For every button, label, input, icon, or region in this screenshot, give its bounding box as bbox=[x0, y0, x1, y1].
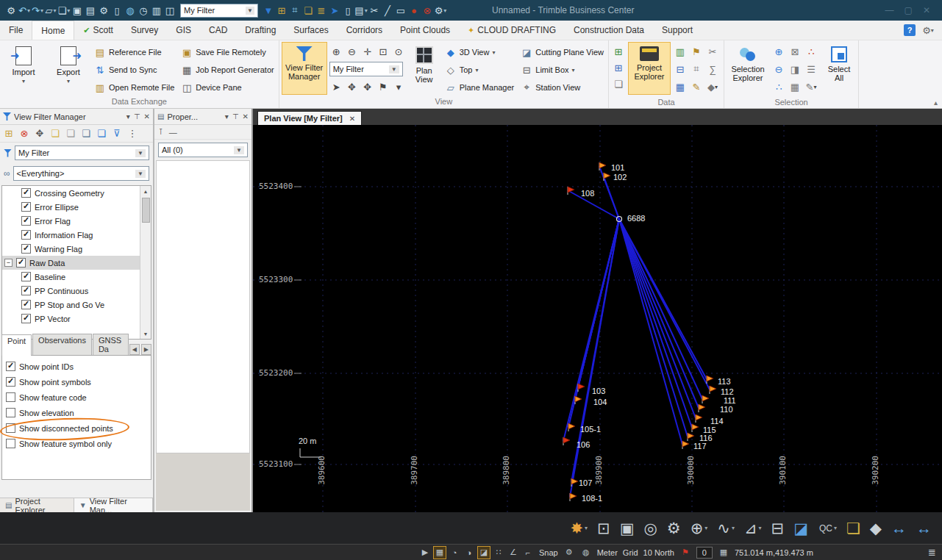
option-row[interactable]: Show feature symbol only bbox=[4, 436, 149, 451]
ribbon-tab[interactable]: ✔ Scott bbox=[74, 21, 122, 40]
status-menu-icon[interactable]: ≣ bbox=[928, 547, 936, 558]
filter-tab[interactable]: Point bbox=[1, 334, 32, 356]
tool-icon[interactable]: ⚙▾ bbox=[434, 3, 447, 18]
layers-all-icon[interactable]: ❏ bbox=[49, 127, 62, 140]
tree-item[interactable]: − Raw Data bbox=[2, 256, 140, 270]
flag-tool-icon[interactable]: ⚑ bbox=[376, 79, 390, 94]
toolbar-overflow-icon[interactable]: ⋮ bbox=[126, 127, 139, 140]
tree-item[interactable]: − Error Ellipse bbox=[2, 200, 140, 214]
ribbon-tab[interactable]: Support bbox=[653, 21, 702, 40]
plane-manager-button[interactable]: ▱ Plane Manager ▾ bbox=[443, 79, 517, 96]
cut-icon[interactable]: ✂▾ bbox=[368, 3, 381, 18]
selection-combobox[interactable]: All (0) ▼ bbox=[158, 143, 248, 157]
curve-tool-icon[interactable]: ∿ ▾ bbox=[717, 520, 735, 537]
ribbon-tab[interactable]: GIS bbox=[167, 21, 200, 40]
pin-icon[interactable]: ⊤ bbox=[134, 112, 140, 121]
station-view-button[interactable]: ⌖ Station View ▾ bbox=[518, 79, 606, 96]
move-filter-icon[interactable]: ✥ bbox=[33, 127, 46, 140]
grid-data-icon[interactable]: ⌗▾ bbox=[689, 62, 704, 76]
select-cursor-icon[interactable]: ➤ bbox=[329, 79, 343, 94]
plan-view-button[interactable]: Plan View bbox=[408, 42, 440, 95]
measure-icon[interactable]: ╱▾ bbox=[381, 3, 394, 18]
fit-width-icon[interactable]: ↔ ▾ bbox=[891, 520, 907, 537]
scope-combobox[interactable]: <Everything> ▼ bbox=[13, 166, 149, 181]
close-icon[interactable]: ✕ bbox=[349, 115, 355, 123]
ribbon-tab[interactable]: Home bbox=[32, 21, 74, 40]
sketch-box-icon[interactable]: ◪ ▾ bbox=[793, 520, 808, 537]
cube-icon[interactable]: ◆ ▾ bbox=[870, 520, 882, 537]
view-filter-combobox[interactable]: My Filter ▼ bbox=[329, 62, 403, 76]
open-remote-file-button[interactable]: ▥ Open Remote File ▾ bbox=[92, 79, 176, 96]
pp-minimize-icon[interactable]: — bbox=[169, 128, 177, 137]
qc-menu[interactable]: QC ▾ bbox=[818, 523, 837, 534]
select-by-list-icon[interactable]: ☰▾ bbox=[804, 62, 818, 76]
point-spreadsheet-icon[interactable]: ⊞ bbox=[611, 44, 626, 59]
clock-icon[interactable]: ◷▾ bbox=[137, 3, 150, 18]
filter-table-icon[interactable]: ⊞▾ bbox=[275, 3, 288, 18]
table-view-icon[interactable]: ▦▾ bbox=[673, 79, 688, 94]
delete-filter-icon[interactable]: ⊗ bbox=[18, 127, 31, 140]
selection-explorer-button[interactable]: Selection Explorer bbox=[727, 42, 769, 95]
osnap-icon[interactable]: ◔ bbox=[449, 547, 460, 559]
points-toggle-icon[interactable]: ∷ bbox=[493, 547, 504, 559]
grab-icon[interactable]: ✥ bbox=[360, 79, 374, 94]
ribbon-tab[interactable]: File bbox=[0, 21, 32, 40]
tree-item[interactable]: − Information Flag bbox=[2, 228, 140, 242]
explode-view-icon[interactable]: ✸ ▾ bbox=[570, 520, 588, 537]
redo-icon[interactable]: ↷▾ bbox=[31, 3, 44, 18]
select-points-icon[interactable]: ∴▾ bbox=[771, 79, 786, 94]
north-label[interactable]: 10 North bbox=[643, 548, 674, 557]
zoom-extents-icon[interactable]: ⊙ bbox=[391, 44, 405, 59]
ribbon-tab[interactable]: Drafting bbox=[236, 21, 285, 40]
limit-box-button[interactable]: ⊟ Limit Box ▾ bbox=[518, 62, 606, 78]
option-row[interactable]: Show point IDs bbox=[4, 359, 149, 374]
grid-snap-icon[interactable]: ▦ bbox=[434, 547, 446, 559]
ribbon-tab[interactable]: CAD bbox=[200, 21, 236, 40]
new-file-icon[interactable]: ▱▾ bbox=[44, 3, 57, 18]
select-all-button[interactable]: Select All bbox=[822, 42, 856, 95]
tree-item[interactable]: − PP Vector bbox=[2, 312, 140, 326]
collapse-ribbon-icon[interactable]: ▴ bbox=[934, 98, 938, 107]
option-row[interactable]: Show disconnected points bbox=[4, 420, 149, 436]
select-by-box-icon[interactable]: ⊠▾ bbox=[788, 44, 802, 59]
run-script-icon[interactable]: ▶ bbox=[419, 547, 431, 559]
checkbox[interactable] bbox=[6, 408, 15, 417]
collapse-icon[interactable]: − bbox=[4, 259, 13, 267]
export-button[interactable]: Export ▾ bbox=[47, 42, 90, 95]
option-row[interactable]: Show elevation bbox=[4, 405, 149, 420]
compute-icon[interactable]: ∑▾ bbox=[705, 62, 720, 76]
checkbox[interactable] bbox=[6, 439, 15, 448]
close-button[interactable]: ✕ bbox=[923, 5, 930, 15]
layer-toggle-icon[interactable]: ◪ bbox=[478, 547, 490, 559]
pp-pin-icon[interactable]: ⊺ bbox=[159, 127, 163, 137]
point-tool-icon[interactable]: ⊕ ▾ bbox=[691, 520, 708, 537]
measure-tool-icon[interactable]: ⊿ ▾ bbox=[744, 520, 762, 537]
plan-canvas[interactable]: 5523400552330055232005523100389600389700… bbox=[253, 125, 942, 512]
settings-gear-icon[interactable]: ⚙ ▾ bbox=[667, 520, 681, 537]
selection-options-icon[interactable]: ✎▾ bbox=[804, 79, 818, 94]
projection-icon[interactable]: ◍ bbox=[580, 547, 592, 559]
snap-label[interactable]: Snap bbox=[539, 548, 558, 557]
checkbox[interactable] bbox=[6, 392, 15, 402]
unit-label[interactable]: Meter bbox=[597, 548, 618, 557]
checkbox[interactable] bbox=[6, 423, 15, 433]
minimize-button[interactable]: — bbox=[885, 5, 894, 15]
network-icon[interactable]: ⌗▾ bbox=[288, 3, 301, 18]
view-filter-manager-button[interactable]: View Filter Manager bbox=[282, 42, 327, 95]
remove-from-selection-icon[interactable]: ⊖▾ bbox=[771, 62, 786, 76]
checkbox[interactable] bbox=[16, 258, 26, 268]
save-icon[interactable]: ▣▾ bbox=[71, 3, 84, 18]
tree-item[interactable]: − PP Stop and Go Ve bbox=[2, 298, 140, 312]
grid-label[interactable]: Grid bbox=[623, 548, 638, 557]
ribbon-tab[interactable]: Construction Data bbox=[565, 21, 653, 40]
checkbox[interactable] bbox=[21, 300, 31, 309]
close-icon[interactable]: ✕ bbox=[144, 112, 150, 121]
checkbox[interactable] bbox=[6, 377, 15, 387]
checkbox[interactable] bbox=[21, 202, 31, 212]
pan-icon[interactable]: ✛ bbox=[360, 44, 374, 59]
option-row[interactable]: Show point symbols bbox=[4, 374, 149, 390]
checkbox[interactable] bbox=[21, 230, 31, 240]
tab-scroll-right-icon[interactable]: ▶ bbox=[141, 344, 151, 355]
new-view-filter-icon[interactable]: ⊞ bbox=[2, 127, 15, 140]
scroll-up-icon[interactable]: ▲ bbox=[143, 186, 149, 196]
